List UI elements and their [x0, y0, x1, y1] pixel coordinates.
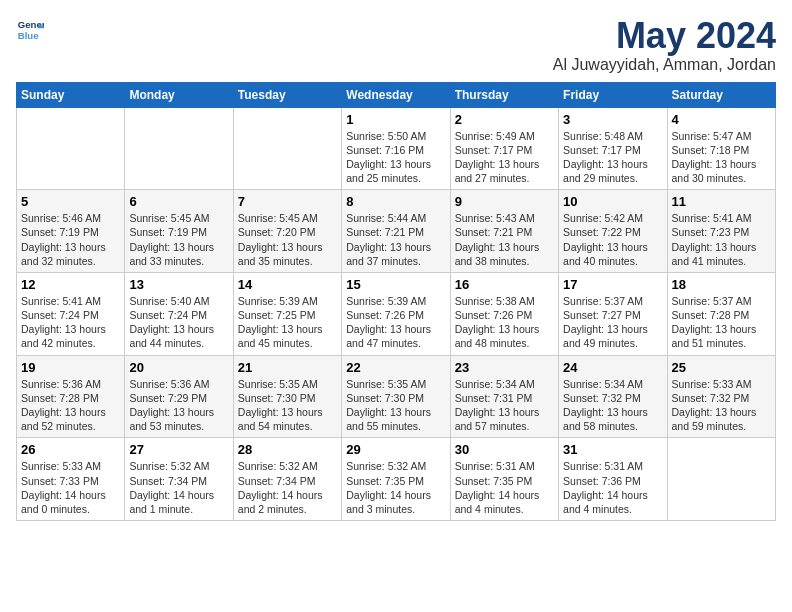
day-info: Sunrise: 5:35 AM Sunset: 7:30 PM Dayligh… — [346, 377, 445, 434]
day-number: 16 — [455, 277, 554, 292]
day-number: 22 — [346, 360, 445, 375]
calendar-week-row: 19Sunrise: 5:36 AM Sunset: 7:28 PM Dayli… — [17, 355, 776, 438]
day-info: Sunrise: 5:35 AM Sunset: 7:30 PM Dayligh… — [238, 377, 337, 434]
calendar-cell: 21Sunrise: 5:35 AM Sunset: 7:30 PM Dayli… — [233, 355, 341, 438]
calendar-cell: 31Sunrise: 5:31 AM Sunset: 7:36 PM Dayli… — [559, 438, 667, 521]
calendar-table: Sunday Monday Tuesday Wednesday Thursday… — [16, 82, 776, 521]
day-number: 21 — [238, 360, 337, 375]
day-number: 6 — [129, 194, 228, 209]
calendar-cell: 18Sunrise: 5:37 AM Sunset: 7:28 PM Dayli… — [667, 272, 775, 355]
calendar-cell: 9Sunrise: 5:43 AM Sunset: 7:21 PM Daylig… — [450, 190, 558, 273]
calendar-cell: 12Sunrise: 5:41 AM Sunset: 7:24 PM Dayli… — [17, 272, 125, 355]
day-number: 9 — [455, 194, 554, 209]
calendar-cell: 20Sunrise: 5:36 AM Sunset: 7:29 PM Dayli… — [125, 355, 233, 438]
day-info: Sunrise: 5:41 AM Sunset: 7:23 PM Dayligh… — [672, 211, 771, 268]
day-info: Sunrise: 5:45 AM Sunset: 7:20 PM Dayligh… — [238, 211, 337, 268]
calendar-cell: 28Sunrise: 5:32 AM Sunset: 7:34 PM Dayli… — [233, 438, 341, 521]
calendar-cell: 17Sunrise: 5:37 AM Sunset: 7:27 PM Dayli… — [559, 272, 667, 355]
calendar-week-row: 1Sunrise: 5:50 AM Sunset: 7:16 PM Daylig… — [17, 107, 776, 190]
day-info: Sunrise: 5:39 AM Sunset: 7:25 PM Dayligh… — [238, 294, 337, 351]
calendar-cell: 10Sunrise: 5:42 AM Sunset: 7:22 PM Dayli… — [559, 190, 667, 273]
calendar-cell: 8Sunrise: 5:44 AM Sunset: 7:21 PM Daylig… — [342, 190, 450, 273]
calendar-cell: 2Sunrise: 5:49 AM Sunset: 7:17 PM Daylig… — [450, 107, 558, 190]
day-info: Sunrise: 5:46 AM Sunset: 7:19 PM Dayligh… — [21, 211, 120, 268]
day-number: 11 — [672, 194, 771, 209]
day-number: 3 — [563, 112, 662, 127]
day-number: 27 — [129, 442, 228, 457]
day-number: 18 — [672, 277, 771, 292]
day-number: 5 — [21, 194, 120, 209]
month-title: May 2024 — [553, 16, 776, 56]
day-number: 7 — [238, 194, 337, 209]
calendar-cell: 13Sunrise: 5:40 AM Sunset: 7:24 PM Dayli… — [125, 272, 233, 355]
day-info: Sunrise: 5:34 AM Sunset: 7:32 PM Dayligh… — [563, 377, 662, 434]
calendar-cell: 1Sunrise: 5:50 AM Sunset: 7:16 PM Daylig… — [342, 107, 450, 190]
day-number: 17 — [563, 277, 662, 292]
day-number: 31 — [563, 442, 662, 457]
calendar-cell: 7Sunrise: 5:45 AM Sunset: 7:20 PM Daylig… — [233, 190, 341, 273]
calendar-cell: 15Sunrise: 5:39 AM Sunset: 7:26 PM Dayli… — [342, 272, 450, 355]
calendar-cell: 19Sunrise: 5:36 AM Sunset: 7:28 PM Dayli… — [17, 355, 125, 438]
calendar-cell: 3Sunrise: 5:48 AM Sunset: 7:17 PM Daylig… — [559, 107, 667, 190]
day-number: 13 — [129, 277, 228, 292]
day-number: 15 — [346, 277, 445, 292]
day-info: Sunrise: 5:40 AM Sunset: 7:24 PM Dayligh… — [129, 294, 228, 351]
day-info: Sunrise: 5:39 AM Sunset: 7:26 PM Dayligh… — [346, 294, 445, 351]
day-info: Sunrise: 5:50 AM Sunset: 7:16 PM Dayligh… — [346, 129, 445, 186]
day-number: 28 — [238, 442, 337, 457]
day-info: Sunrise: 5:36 AM Sunset: 7:28 PM Dayligh… — [21, 377, 120, 434]
calendar-cell: 25Sunrise: 5:33 AM Sunset: 7:32 PM Dayli… — [667, 355, 775, 438]
header-wednesday: Wednesday — [342, 82, 450, 107]
calendar-cell: 29Sunrise: 5:32 AM Sunset: 7:35 PM Dayli… — [342, 438, 450, 521]
calendar-cell: 5Sunrise: 5:46 AM Sunset: 7:19 PM Daylig… — [17, 190, 125, 273]
day-info: Sunrise: 5:38 AM Sunset: 7:26 PM Dayligh… — [455, 294, 554, 351]
day-number: 4 — [672, 112, 771, 127]
day-number: 23 — [455, 360, 554, 375]
calendar-cell: 26Sunrise: 5:33 AM Sunset: 7:33 PM Dayli… — [17, 438, 125, 521]
calendar-cell: 16Sunrise: 5:38 AM Sunset: 7:26 PM Dayli… — [450, 272, 558, 355]
day-info: Sunrise: 5:37 AM Sunset: 7:28 PM Dayligh… — [672, 294, 771, 351]
day-number: 14 — [238, 277, 337, 292]
day-info: Sunrise: 5:41 AM Sunset: 7:24 PM Dayligh… — [21, 294, 120, 351]
day-info: Sunrise: 5:34 AM Sunset: 7:31 PM Dayligh… — [455, 377, 554, 434]
day-number: 8 — [346, 194, 445, 209]
logo-icon: General Blue — [16, 16, 44, 44]
calendar-cell: 22Sunrise: 5:35 AM Sunset: 7:30 PM Dayli… — [342, 355, 450, 438]
day-info: Sunrise: 5:47 AM Sunset: 7:18 PM Dayligh… — [672, 129, 771, 186]
day-number: 19 — [21, 360, 120, 375]
calendar-cell — [17, 107, 125, 190]
calendar-week-row: 12Sunrise: 5:41 AM Sunset: 7:24 PM Dayli… — [17, 272, 776, 355]
day-info: Sunrise: 5:37 AM Sunset: 7:27 PM Dayligh… — [563, 294, 662, 351]
calendar-week-row: 26Sunrise: 5:33 AM Sunset: 7:33 PM Dayli… — [17, 438, 776, 521]
day-info: Sunrise: 5:31 AM Sunset: 7:36 PM Dayligh… — [563, 459, 662, 516]
svg-text:Blue: Blue — [18, 30, 39, 41]
day-number: 2 — [455, 112, 554, 127]
day-info: Sunrise: 5:43 AM Sunset: 7:21 PM Dayligh… — [455, 211, 554, 268]
calendar-cell: 14Sunrise: 5:39 AM Sunset: 7:25 PM Dayli… — [233, 272, 341, 355]
day-number: 12 — [21, 277, 120, 292]
day-info: Sunrise: 5:45 AM Sunset: 7:19 PM Dayligh… — [129, 211, 228, 268]
day-number: 29 — [346, 442, 445, 457]
day-number: 24 — [563, 360, 662, 375]
day-info: Sunrise: 5:42 AM Sunset: 7:22 PM Dayligh… — [563, 211, 662, 268]
calendar-cell: 6Sunrise: 5:45 AM Sunset: 7:19 PM Daylig… — [125, 190, 233, 273]
day-info: Sunrise: 5:33 AM Sunset: 7:33 PM Dayligh… — [21, 459, 120, 516]
calendar-cell: 30Sunrise: 5:31 AM Sunset: 7:35 PM Dayli… — [450, 438, 558, 521]
logo: General Blue — [16, 16, 44, 44]
day-info: Sunrise: 5:32 AM Sunset: 7:35 PM Dayligh… — [346, 459, 445, 516]
day-info: Sunrise: 5:32 AM Sunset: 7:34 PM Dayligh… — [129, 459, 228, 516]
page-header: General Blue May 2024 Al Juwayyidah, Amm… — [16, 16, 776, 74]
header-tuesday: Tuesday — [233, 82, 341, 107]
day-number: 25 — [672, 360, 771, 375]
calendar-cell: 24Sunrise: 5:34 AM Sunset: 7:32 PM Dayli… — [559, 355, 667, 438]
header-friday: Friday — [559, 82, 667, 107]
calendar-header-row: Sunday Monday Tuesday Wednesday Thursday… — [17, 82, 776, 107]
day-info: Sunrise: 5:31 AM Sunset: 7:35 PM Dayligh… — [455, 459, 554, 516]
calendar-cell — [125, 107, 233, 190]
calendar-cell: 23Sunrise: 5:34 AM Sunset: 7:31 PM Dayli… — [450, 355, 558, 438]
calendar-week-row: 5Sunrise: 5:46 AM Sunset: 7:19 PM Daylig… — [17, 190, 776, 273]
header-saturday: Saturday — [667, 82, 775, 107]
day-number: 26 — [21, 442, 120, 457]
day-info: Sunrise: 5:33 AM Sunset: 7:32 PM Dayligh… — [672, 377, 771, 434]
day-number: 10 — [563, 194, 662, 209]
